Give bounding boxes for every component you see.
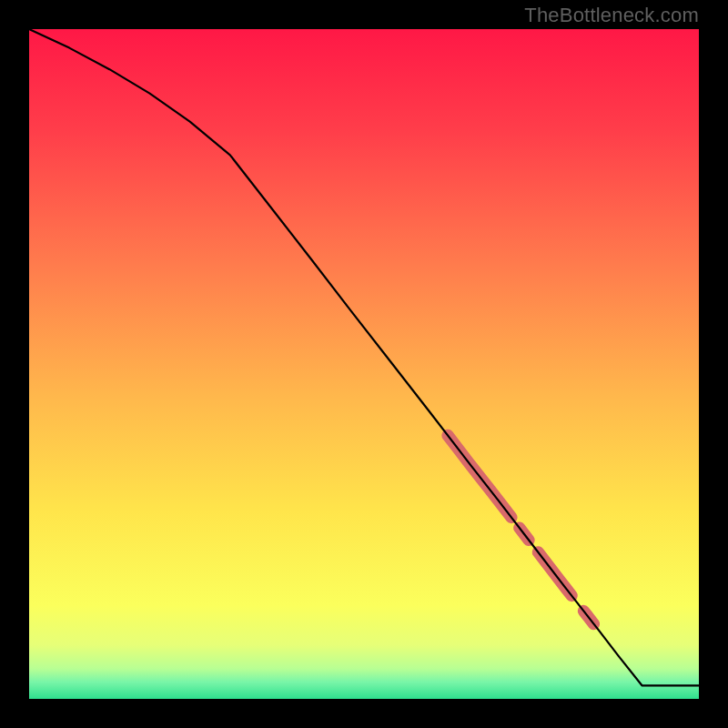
- plot-area: [29, 29, 699, 699]
- curve-line: [29, 29, 699, 685]
- chart-root: TheBottleneck.com: [0, 0, 728, 728]
- attribution-watermark: TheBottleneck.com: [524, 4, 699, 27]
- line-layer: [29, 29, 699, 699]
